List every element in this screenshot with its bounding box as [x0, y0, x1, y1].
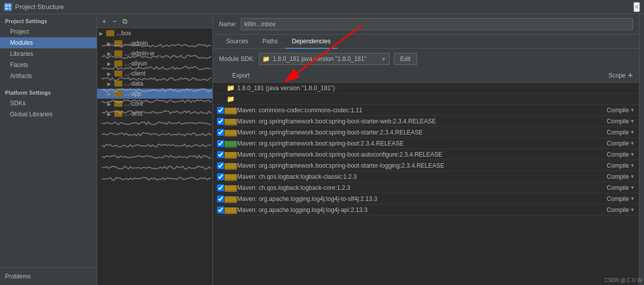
header-scope: Scope: [575, 72, 625, 79]
tree-item-root[interactable]: ▶ ...box: [97, 28, 212, 38]
app-icon: [4, 3, 12, 11]
dep-checkbox[interactable]: [217, 184, 224, 191]
sidebar-divider: [0, 82, 97, 86]
sidebar-item-modules[interactable]: Modules: [0, 37, 97, 48]
dep-scope: Compile ▼: [585, 140, 635, 147]
right-scrollbar[interactable]: [639, 14, 644, 285]
sidebar-item-libraries[interactable]: Libraries: [0, 48, 97, 59]
dep-name: Maven: org.apache.logging.log4j:log4j-to…: [237, 195, 585, 202]
scope-dropdown-arrow[interactable]: ▼: [630, 107, 635, 113]
sidebar-item-global-libraries[interactable]: Global Libraries: [0, 109, 97, 120]
name-row: Name:: [213, 14, 639, 35]
tab-paths[interactable]: Paths: [255, 35, 285, 49]
dep-name: Maven: ch.qos.logback:logback-core:1.2.3: [237, 184, 585, 191]
tree-arrow: ▶: [107, 111, 114, 117]
dep-row: ▓▓▓ Maven: org.springframework.boot:spri…: [213, 127, 639, 138]
sdk-select-dropdown[interactable]: 📁 1.8.0_181 java version "1.8.0_181" ▼: [259, 53, 390, 65]
sidebar-item-artifacts[interactable]: Artifacts: [0, 70, 97, 82]
tree-item-app[interactable]: ▶ ...-app: [97, 89, 212, 99]
tree-item-text: ...-app: [124, 90, 210, 97]
sdk-label: Module SDK:: [219, 55, 255, 62]
module-tree: + − ⧉ ▶ ...box ▶ ...-admin ▶ ...-admin-w: [97, 14, 213, 285]
name-input[interactable]: [241, 18, 633, 30]
folder-icon: [114, 70, 122, 77]
sdk-edit-button[interactable]: Edit: [394, 53, 417, 65]
tab-dependencies[interactable]: Dependencies: [285, 35, 338, 49]
content-area: Name: Sources Paths Dependencies Module …: [213, 14, 639, 285]
dep-checkbox[interactable]: [217, 118, 224, 125]
sidebar-item-project[interactable]: Project: [0, 26, 97, 37]
sdk-value: 1.8.0_181 java version "1.8.0_181": [273, 55, 378, 62]
close-button[interactable]: ×: [633, 2, 640, 12]
jar-icon: ▓▓▓: [227, 118, 234, 125]
dep-row: ▓▓▓ Maven: ch.qos.logback:logback-core:1…: [213, 182, 639, 193]
sidebar: Project Settings Project Modules Librari…: [0, 14, 97, 285]
scope-dropdown-arrow[interactable]: ▼: [630, 140, 635, 146]
dep-checkbox[interactable]: [217, 195, 224, 202]
dep-table-header: Export Scope +: [213, 69, 639, 83]
tree-item-text: ...-aliyun: [124, 60, 210, 67]
tree-add-button[interactable]: +: [100, 17, 108, 26]
tree-item-sms[interactable]: ▶ ...-sms: [97, 109, 212, 119]
tree-item-data[interactable]: ▶ ...-data: [97, 79, 212, 89]
jar-icon: ▓▓▓: [227, 107, 234, 114]
tree-item-text: ...-data: [124, 80, 210, 87]
tree-arrow: ▶: [107, 51, 114, 56]
tree-item-admin[interactable]: ▶ ...-admin: [97, 38, 212, 48]
tree-item-client[interactable]: ▶ ...-client: [97, 68, 212, 79]
tree-arrow: ▶: [107, 81, 114, 87]
dep-scope: Compile ▼: [585, 195, 635, 202]
dependencies-table: Export Scope + 📁 1.8.0_181 (java version…: [213, 69, 639, 285]
scope-dropdown-arrow[interactable]: ▼: [630, 118, 635, 124]
dep-checkbox[interactable]: [217, 206, 224, 213]
sidebar-item-facets[interactable]: Facets: [0, 59, 97, 70]
header-export: Export: [217, 72, 257, 79]
tab-sources[interactable]: Sources: [219, 35, 255, 49]
tree-item-text: ...-admin: [124, 40, 210, 47]
window-title: Project Structure: [15, 3, 64, 11]
svg-rect-0: [6, 5, 8, 7]
scope-dropdown-arrow[interactable]: ▼: [630, 129, 635, 135]
scope-dropdown-arrow[interactable]: ▼: [630, 163, 635, 168]
scope-dropdown-arrow[interactable]: ▼: [630, 174, 635, 179]
dep-name: Maven: org.apache.logging.log4j:log4j-ap…: [237, 206, 585, 213]
jar-icon: ▓▓▓: [227, 129, 234, 136]
dep-checkbox[interactable]: [217, 162, 224, 169]
dep-name: Maven: org.springframework.boot:spring-b…: [237, 129, 585, 136]
tree-item-text: ...-admin-w: [124, 50, 210, 57]
dep-row: ▓▓▓ Maven: org.apache.logging.log4j:log4…: [213, 193, 639, 204]
dep-scope: Compile ▼: [585, 118, 635, 125]
scope-dropdown-arrow[interactable]: ▼: [630, 196, 635, 201]
sidebar-item-sdks[interactable]: SDKs: [0, 98, 97, 109]
tree-item-aliyun[interactable]: ▶ ...-aliyun: [97, 58, 212, 68]
scope-dropdown-arrow[interactable]: ▼: [630, 152, 635, 157]
dep-add-button[interactable]: +: [625, 71, 635, 80]
dep-name: Maven: org.springframework.boot:spring-b…: [237, 151, 585, 158]
dep-checkbox[interactable]: [217, 140, 224, 147]
tree-copy-button[interactable]: ⧉: [120, 17, 129, 26]
dep-name: Maven: org.springframework.boot:spring-b…: [237, 140, 585, 147]
dep-checkbox[interactable]: [217, 151, 224, 158]
dep-checkbox[interactable]: [217, 129, 224, 136]
tree-item-text: ...box: [116, 30, 210, 37]
tree-arrow: ▶: [107, 41, 114, 46]
dep-scope: Compile ▼: [585, 107, 635, 114]
tree-item-core[interactable]: ▶ ...-core: [97, 99, 212, 109]
sdk-folder-icon: 📁: [262, 55, 270, 62]
tree-item-admin-w[interactable]: ▶ ...-admin-w: [97, 48, 212, 58]
dep-scope: Compile ▼: [585, 151, 635, 158]
jar-icon: ▓▓▓: [227, 195, 234, 202]
folder-icon: [114, 81, 122, 87]
scope-dropdown-arrow[interactable]: ▼: [630, 207, 635, 212]
folder-dep-icon: 📁: [227, 85, 234, 92]
tree-remove-button[interactable]: −: [110, 17, 118, 26]
scope-dropdown-arrow[interactable]: ▼: [630, 185, 635, 190]
dep-checkbox[interactable]: [217, 173, 224, 180]
dep-scope: Compile ▼: [585, 184, 635, 191]
folder-icon: [106, 30, 114, 36]
tree-arrow: ▶: [107, 61, 114, 66]
svg-rect-3: [9, 8, 11, 10]
dep-checkbox[interactable]: [217, 107, 224, 114]
dep-scope: Compile ▼: [585, 162, 635, 169]
dep-scope: Compile ▼: [585, 173, 635, 180]
